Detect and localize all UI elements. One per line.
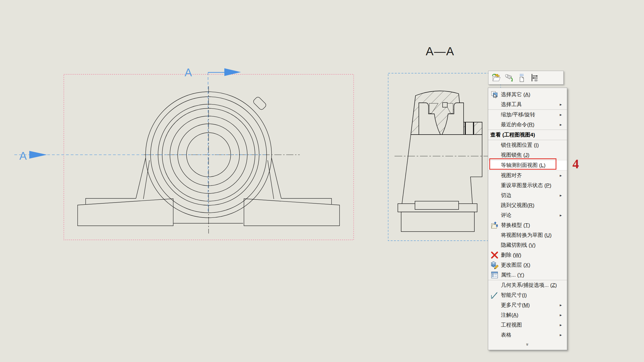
menu-item-z[interactable]: 几何关系/捕捉选项... (Z) [488, 280, 567, 290]
menu-item-r[interactable]: 跳到父视图(R) [488, 200, 567, 210]
menu-item-label: 视图对齐 [501, 172, 560, 179]
section-tool-icon[interactable] [504, 73, 514, 83]
menu-item-y[interactable]: 属性... (Y) [488, 270, 567, 280]
menu-item-a[interactable]: 注解(A)▸ [488, 310, 567, 320]
menu-item-label: 隐藏切割线 (V) [501, 242, 560, 249]
menu-item-1[interactable]: 选择工具▸ [488, 99, 567, 109]
section-view[interactable]: A—A [395, 45, 488, 232]
menu-item-label: 更改图层 (X) [501, 261, 560, 269]
menu-header-label: 查看 (工程图视图4) [488, 131, 567, 138]
menu-item-label: 切边 [501, 192, 560, 199]
menu-item-x[interactable]: 更改图层 (X) [488, 260, 567, 270]
menu-item-label: 表格 [501, 331, 560, 339]
grease-fitting [253, 96, 267, 111]
view-sheet-icon[interactable] [517, 73, 527, 83]
menu-expander[interactable]: » [488, 340, 567, 348]
context-toolbar[interactable] [488, 71, 564, 85]
menu-item-2[interactable]: 缩放/平移/旋转▸ [488, 109, 567, 120]
menu-item-label: 更多尺寸(M) [501, 301, 560, 309]
submenu-arrow-icon: ▸ [560, 213, 567, 218]
section-arrow-left [29, 151, 47, 159]
section-arrow-top [224, 68, 241, 76]
delete-icon [488, 251, 501, 259]
open-part-icon[interactable] [491, 73, 501, 83]
highlight-box [489, 158, 556, 170]
submenu-arrow-icon: ▸ [560, 173, 567, 178]
menu-item-label: 删除 (W) [501, 251, 560, 259]
menu-section-header: 查看 (工程图视图4) [488, 130, 567, 140]
menu-item-24[interactable]: 表格▸ [488, 330, 567, 340]
menu-item-u[interactable]: 将视图转换为草图 (U) [488, 230, 567, 240]
swap-alignment-icon[interactable] [529, 73, 539, 83]
menu-item-label: 注解(A) [501, 311, 560, 319]
menu-item-a[interactable]: 选择其它 (A) [488, 90, 567, 99]
menu-item-label: 跳到父视图(R) [501, 202, 560, 209]
menu-item-r[interactable]: 最近的命令(R)▸ [488, 120, 567, 130]
menu-item-label: 工程视图 [501, 321, 560, 329]
menu-item-label: 替换模型 (T) [501, 222, 560, 229]
properties-icon [488, 271, 501, 279]
menu-item-t[interactable]: 替换模型 (T) [488, 220, 567, 230]
step-number: 4 [572, 156, 579, 171]
menu-item-p[interactable]: 重设草图显示状态 (P) [488, 180, 567, 190]
menu-item-v[interactable]: 隐藏切割线 (V) [488, 240, 567, 250]
menu-item-10[interactable]: 切边▸ [488, 190, 567, 200]
menu-item-23[interactable]: 工程视图▸ [488, 320, 567, 330]
menu-item-label: 智能尺寸(I) [501, 292, 560, 299]
menu-item-label: 重设草图显示状态 (P) [501, 182, 560, 189]
section-view-title: A—A [426, 45, 454, 58]
submenu-arrow-icon: ▸ [560, 313, 567, 318]
menu-item-label: 属性... (Y) [501, 271, 560, 279]
menu-item-label: 将视图转换为草图 (U) [501, 232, 560, 239]
submenu-arrow-icon: ▸ [560, 332, 567, 337]
smart-dimension-icon [488, 291, 501, 299]
menu-item-label: 视图锁焦 (J) [501, 151, 560, 159]
submenu-arrow-icon: ▸ [560, 193, 567, 198]
select-other-icon [488, 90, 501, 99]
menu-item-w[interactable]: 删除 (W) [488, 250, 567, 260]
chevron-down-icon: » [525, 343, 530, 345]
menu-item-label: 最近的命令(R) [501, 121, 560, 128]
menu-item-label: 缩放/平移/旋转 [501, 111, 560, 118]
drawing-canvas: A A A—A [0, 0, 644, 362]
menu-item-label: 选择工具 [501, 101, 560, 108]
menu-item-m[interactable]: 更多尺寸(M)▸ [488, 300, 567, 310]
menu-item-label: 评论 [501, 212, 560, 219]
menu-item-i[interactable]: 锁住视图位置 (I) [488, 140, 567, 150]
menu-item-label: 锁住视图位置 (I) [501, 141, 560, 149]
section-label-top: A [185, 66, 192, 78]
submenu-arrow-icon: ▸ [560, 112, 567, 117]
menu-item-12[interactable]: 评论▸ [488, 210, 567, 220]
change-layer-icon [488, 261, 501, 269]
front-view[interactable] [78, 86, 340, 234]
menu-item-label: 几何关系/捕捉选项... (Z) [501, 282, 560, 289]
submenu-arrow-icon: ▸ [560, 102, 567, 107]
menu-item-i[interactable]: 智能尺寸(I) [488, 290, 567, 300]
section-cutting-line[interactable]: A A [14, 66, 266, 213]
context-menu[interactable]: 选择其它 (A)选择工具▸缩放/平移/旋转▸最近的命令(R)▸查看 (工程图视图… [488, 88, 567, 350]
submenu-arrow-icon: ▸ [560, 322, 567, 327]
submenu-arrow-icon: ▸ [560, 122, 567, 127]
menu-item-label: 选择其它 (A) [501, 91, 560, 98]
submenu-arrow-icon: ▸ [560, 303, 567, 308]
menu-item-8[interactable]: 视图对齐▸ [488, 170, 567, 180]
replace-model-icon [488, 221, 501, 229]
section-label-left: A [19, 150, 27, 162]
